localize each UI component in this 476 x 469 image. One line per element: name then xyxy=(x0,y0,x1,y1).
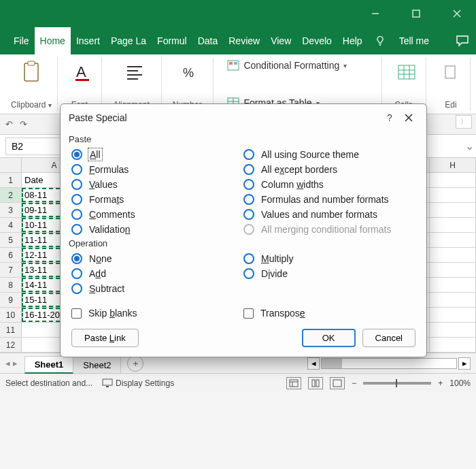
radio-all[interactable]: All xyxy=(71,147,243,162)
modal-overlay: Paste Special ? Paste All Formulas Value… xyxy=(0,0,476,469)
cancel-button[interactable]: Cancel xyxy=(362,329,415,347)
paste-special-dialog: Paste Special ? Paste All Formulas Value… xyxy=(60,103,427,357)
radio-values-num[interactable]: Values and number formats xyxy=(243,207,415,222)
radio-multiply[interactable]: Multiply xyxy=(243,251,415,266)
operation-section-label: Operation xyxy=(69,238,415,248)
radio-formats[interactable]: Formats xyxy=(71,192,243,207)
check-skip-blanks[interactable]: Skip blanks xyxy=(71,306,243,321)
dialog-title: Paste Special xyxy=(69,112,380,123)
radio-validation[interactable]: Validation xyxy=(71,222,243,237)
radio-values[interactable]: Values xyxy=(71,177,243,192)
radio-all-merge: All merging conditional formats xyxy=(243,222,415,237)
radio-divide[interactable]: Divide xyxy=(243,266,415,281)
radio-subtract[interactable]: Subtract xyxy=(71,281,243,296)
radio-add[interactable]: Add xyxy=(71,266,243,281)
dialog-close-button[interactable] xyxy=(399,110,418,126)
radio-none[interactable]: None xyxy=(71,251,243,266)
radio-formulas[interactable]: Formulas xyxy=(71,162,243,177)
radio-formulas-num[interactable]: Formulas and number formats xyxy=(243,192,415,207)
radio-column-widths[interactable]: Column widths xyxy=(243,177,415,192)
paste-section-label: Paste xyxy=(69,134,415,144)
paste-link-button[interactable]: Paste Link xyxy=(71,329,139,347)
radio-all-except-borders[interactable]: All except borders xyxy=(243,162,415,177)
check-transpose[interactable]: Transpose xyxy=(243,306,415,321)
dialog-help-button[interactable]: ? xyxy=(380,110,399,126)
radio-comments[interactable]: Comments xyxy=(71,207,243,222)
radio-all-theme[interactable]: All using Source theme xyxy=(243,147,415,162)
ok-button[interactable]: OK xyxy=(302,329,356,347)
